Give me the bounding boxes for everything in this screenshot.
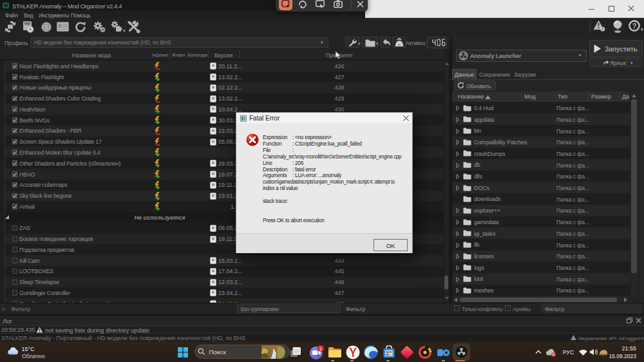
svg-text:1: 1 — [319, 347, 322, 351]
